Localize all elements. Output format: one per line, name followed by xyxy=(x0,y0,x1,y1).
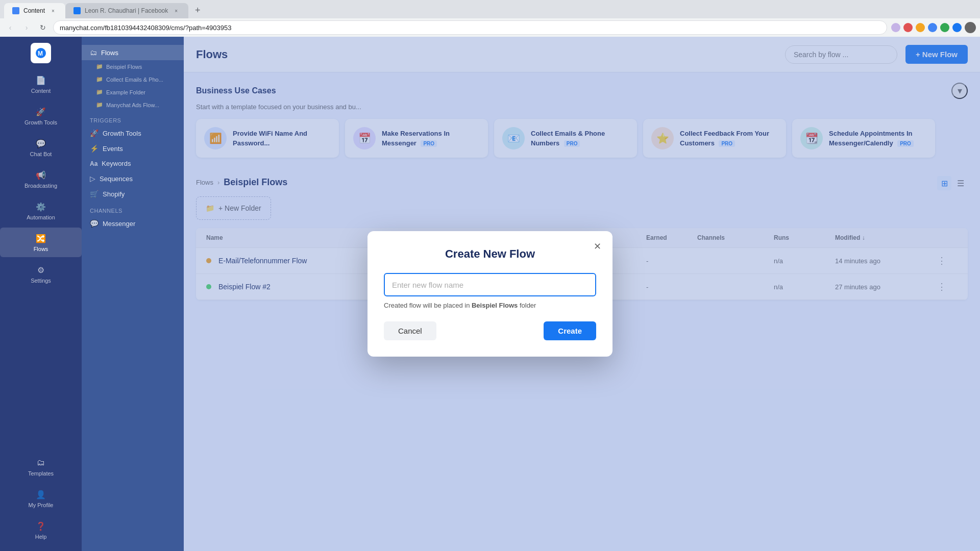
forward-button[interactable]: › xyxy=(20,21,33,34)
new-tab-button[interactable]: + xyxy=(190,3,205,17)
hint-folder: Beispiel Flows xyxy=(472,302,518,309)
tab-close-content[interactable]: × xyxy=(49,7,57,15)
browser-tabs: Content × Leon R. Chaudhari | Facebook ×… xyxy=(0,0,980,18)
modal-container: ✕ Create New Flow Created flow will be p… xyxy=(0,37,980,551)
create-button[interactable]: Create xyxy=(544,321,596,340)
extension-icon-6[interactable] xyxy=(952,23,962,32)
extension-icon-4[interactable] xyxy=(928,23,937,32)
reload-button[interactable]: ↻ xyxy=(37,21,49,34)
extension-icon-2[interactable] xyxy=(903,23,913,32)
cancel-button[interactable]: Cancel xyxy=(384,321,436,340)
browser-bar: ‹ › ↻ manychat.com/fb181039443240830​9/c… xyxy=(0,18,980,37)
hint-prefix: Created flow will be placed in xyxy=(384,302,472,309)
address-text: manychat.com/fb181039443240830​9/cms/?pa… xyxy=(60,24,880,32)
extension-icon-1[interactable] xyxy=(891,23,900,32)
modal: ✕ Create New Flow Created flow will be p… xyxy=(368,231,612,357)
modal-hint: Created flow will be placed in Beispiel … xyxy=(384,302,596,309)
tab-label-fb: Leon R. Chaudhari | Facebook xyxy=(85,7,168,14)
extension-icon-3[interactable] xyxy=(916,23,925,32)
hint-suffix: folder xyxy=(518,302,536,309)
close-icon: ✕ xyxy=(594,241,601,252)
tab-label-content: Content xyxy=(23,7,45,14)
browser-chrome: Content × Leon R. Chaudhari | Facebook ×… xyxy=(0,0,980,37)
browser-actions xyxy=(891,22,976,33)
tab-close-fb[interactable]: × xyxy=(172,7,180,15)
tab-facebook[interactable]: Leon R. Chaudhari | Facebook × xyxy=(65,3,188,18)
tab-favicon-fb xyxy=(74,7,81,14)
flow-name-input[interactable] xyxy=(384,273,596,296)
profile-icon[interactable] xyxy=(965,22,976,33)
tab-favicon-content xyxy=(12,7,19,14)
modal-title: Create New Flow xyxy=(384,247,596,261)
address-bar[interactable]: manychat.com/fb181039443240830​9/cms/?pa… xyxy=(53,20,887,35)
modal-actions: Cancel Create xyxy=(384,321,596,340)
back-button[interactable]: ‹ xyxy=(4,21,16,34)
tab-content[interactable]: Content × xyxy=(4,3,65,18)
extension-icon-5[interactable] xyxy=(940,23,949,32)
modal-close-button[interactable]: ✕ xyxy=(590,239,604,254)
